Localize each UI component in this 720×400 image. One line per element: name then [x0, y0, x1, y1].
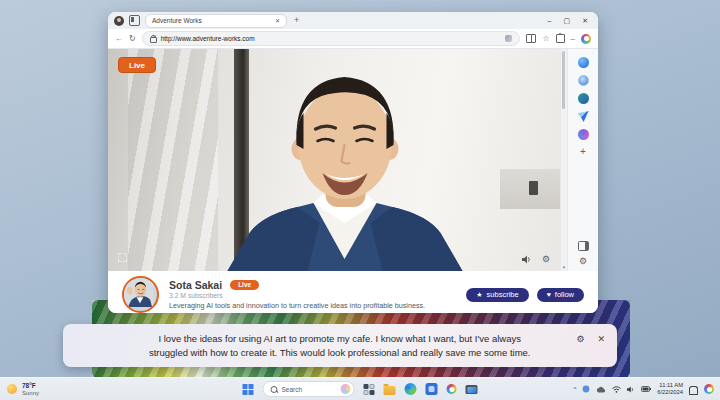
live-badge: Live [118, 57, 156, 73]
channel-description: Leveraging AI tools and innovation to tu… [169, 301, 456, 310]
battery-icon[interactable] [641, 386, 651, 392]
minimize-button[interactable]: – [548, 17, 552, 24]
refresh-button[interactable]: ↻ [129, 35, 136, 43]
channel-avatar[interactable] [122, 276, 159, 313]
window-controls: – ▢ ✕ [548, 17, 592, 24]
maximize-button[interactable]: ▢ [564, 17, 571, 24]
system-tray: ^ 11:11 AM 6/22/2024 [573, 382, 714, 396]
sidebar-search-icon[interactable] [578, 75, 589, 86]
new-tab-button[interactable]: + [294, 16, 299, 25]
back-button[interactable]: ← [115, 35, 123, 43]
copilot-taskbar-button[interactable] [447, 384, 457, 394]
taskbar: 78°F Sunny Search ^ [0, 377, 720, 400]
channel-live-badge: Live [230, 280, 259, 290]
sidebar-add-icon[interactable]: + [580, 147, 586, 157]
extensions-icon[interactable] [556, 34, 565, 43]
profile-avatar-icon[interactable] [114, 16, 124, 26]
caption-line-1: I love the ideas for using AI art to pro… [103, 332, 576, 346]
caption-controls: ⚙ ✕ [576, 335, 617, 356]
follow-label: follow [555, 290, 574, 299]
caption-close-icon[interactable]: ✕ [597, 335, 605, 344]
streamer-person [208, 63, 483, 271]
speaker-icon[interactable] [522, 255, 532, 264]
taskbar-center: Search [243, 381, 478, 397]
tray-date: 6/22/2024 [657, 389, 683, 396]
tab-actions-icon[interactable] [129, 15, 140, 26]
sidebar-bottom: ⚙ [578, 241, 589, 266]
tab-close-icon[interactable]: ✕ [275, 18, 280, 24]
edge-button[interactable] [405, 383, 417, 395]
caption-settings-icon[interactable]: ⚙ [576, 335, 584, 344]
scrollbar-thumb[interactable] [562, 51, 565, 109]
subscribe-button[interactable]: ★ subscribe [466, 288, 528, 302]
fullscreen-icon[interactable] [118, 253, 127, 262]
display-app-button[interactable] [466, 385, 478, 394]
tray-time: 11:11 AM [657, 382, 683, 389]
sidebar-settings-icon[interactable]: ⚙ [579, 257, 587, 266]
search-box[interactable]: Search [263, 381, 355, 397]
copilot-icon[interactable] [581, 34, 591, 44]
sun-icon [7, 384, 17, 394]
sidebar-panel-icon[interactable] [578, 241, 589, 251]
file-explorer-button[interactable] [384, 386, 396, 395]
lock-icon [150, 37, 157, 43]
live-captions-bar: I love the ideas for using AI art to pro… [63, 324, 617, 367]
subscriber-count: 3.2 M subscribers [169, 292, 456, 299]
wifi-icon[interactable] [612, 386, 621, 393]
close-button[interactable]: ✕ [582, 17, 588, 24]
video-player[interactable]: Live ⚙ [108, 49, 560, 271]
bluetooth-tray-icon[interactable] [582, 385, 590, 393]
channel-info: Sota Sakai Live 3.2 M subscribers Levera… [169, 279, 456, 311]
favorites-icon[interactable]: ☆ [542, 35, 549, 43]
onedrive-cloud-icon[interactable] [596, 386, 606, 393]
site-action-icon[interactable] [505, 35, 512, 42]
browser-toolbar: ← ↻ http://www.adventure-works.com ☆ – [108, 29, 598, 49]
volume-icon[interactable] [627, 386, 635, 393]
channel-bar: Sota Sakai Live 3.2 M subscribers Levera… [108, 271, 598, 313]
sidebar-designer-icon[interactable] [578, 129, 589, 140]
address-bar[interactable]: http://www.adventure-works.com [142, 31, 521, 46]
page-scrollbar[interactable]: ▾ [560, 49, 567, 271]
desktop: Adventure Works ✕ + – ▢ ✕ ← ↻ http://www… [0, 0, 720, 400]
clock-widget[interactable]: 11:11 AM 6/22/2024 [657, 382, 683, 396]
start-button[interactable] [243, 384, 254, 395]
task-view-button[interactable] [364, 384, 375, 395]
search-highlight-icon [341, 384, 351, 394]
wall-glare [128, 49, 218, 271]
avatar-person [124, 278, 153, 307]
weather-widget[interactable]: 78°F Sunny [7, 382, 39, 396]
edge-sidebar: + ⚙ [567, 49, 598, 271]
split-screen-icon[interactable] [526, 34, 536, 43]
caption-line-2: struggled with how to create it. This wo… [103, 346, 576, 360]
search-icon [271, 386, 278, 393]
sidebar-tools-icon[interactable] [578, 93, 589, 104]
video-controls: ⚙ [522, 255, 550, 264]
browser-tab[interactable]: Adventure Works ✕ [145, 14, 287, 28]
tray-copilot-icon[interactable] [704, 384, 714, 394]
channel-name: Sota Sakai [169, 279, 222, 291]
channel-actions: ★ subscribe ♥ follow [466, 288, 584, 302]
star-icon: ★ [476, 291, 482, 298]
wall-switch [529, 181, 538, 195]
browser-content: Live ⚙ ▾ [108, 49, 598, 271]
sidebar-send-icon[interactable] [578, 111, 589, 122]
weather-condition: Sunny [22, 390, 39, 397]
video-settings-icon[interactable]: ⚙ [542, 255, 550, 264]
url-text: http://www.adventure-works.com [161, 35, 502, 42]
notifications-bell-icon[interactable] [689, 386, 698, 394]
more-menu-icon[interactable]: – [571, 35, 575, 43]
follow-button[interactable]: ♥ follow [537, 288, 584, 302]
heart-icon: ♥ [547, 291, 551, 298]
store-button[interactable] [426, 383, 438, 395]
browser-tab-bar: Adventure Works ✕ + – ▢ ✕ [108, 12, 598, 29]
sidebar-copilot-icon[interactable] [578, 57, 589, 68]
tray-chevron-icon[interactable]: ^ [573, 386, 576, 392]
weather-temp: 78°F [22, 382, 39, 390]
tab-title: Adventure Works [152, 17, 270, 24]
caption-text: I love the ideas for using AI art to pro… [63, 332, 576, 360]
search-label: Search [282, 386, 337, 393]
scroll-down-icon[interactable]: ▾ [561, 264, 567, 270]
subscribe-label: subscribe [487, 290, 519, 299]
browser-window: Adventure Works ✕ + – ▢ ✕ ← ↻ http://www… [108, 12, 598, 313]
